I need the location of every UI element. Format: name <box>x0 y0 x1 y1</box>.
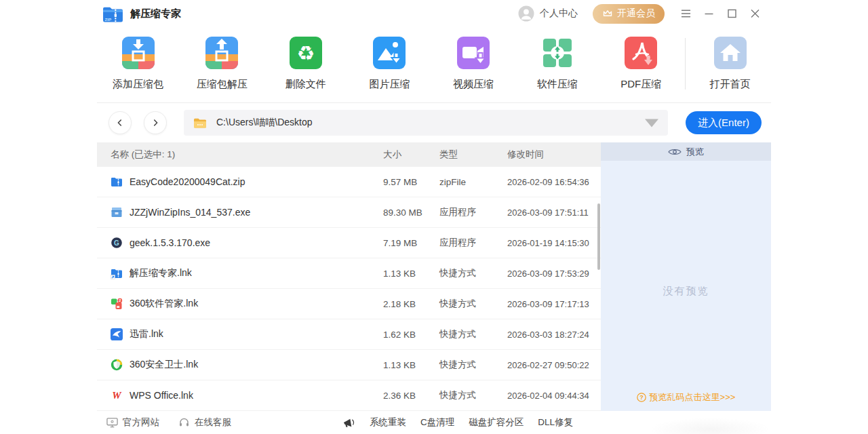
preview-title: 预览 <box>686 146 704 158</box>
preview-header: 预览 <box>601 142 771 161</box>
forward-button[interactable] <box>144 111 167 134</box>
statusbar-promo-link[interactable]: 磁盘扩容分区 <box>469 416 524 429</box>
preview-help-link[interactable]: ? 预览乱码点击这里>>> <box>601 391 771 403</box>
zip-shortcut-icon <box>111 267 123 279</box>
file-name-cell: 解压缩专家.lnk <box>97 267 383 279</box>
statusbar-online-service[interactable]: 在线客服 <box>178 416 231 429</box>
statusbar-promo-link[interactable]: DLL修复 <box>538 416 573 429</box>
table-row[interactable]: 2360软件管家.lnk2.18 KB快捷方式2026-03-09 17:17:… <box>97 289 601 319</box>
maximize-icon[interactable] <box>727 9 737 18</box>
toolbar-item-label: 图片压缩 <box>369 78 410 91</box>
file-name: WPS Office.lnk <box>130 390 193 401</box>
toolbar-item-label: 添加压缩包 <box>113 78 163 91</box>
file-name-cell: WWPS Office.lnk <box>97 389 383 401</box>
table-row[interactable]: Ggeek.1.5.3.170.exe7.19 MB应用程序2026-01-19… <box>97 228 601 258</box>
preview-body: 没有预览 ? 预览乱码点击这里>>> <box>601 161 771 411</box>
menu-icon[interactable] <box>681 9 691 18</box>
header-type[interactable]: 类型 <box>439 149 507 161</box>
statusbar-promo-link[interactable]: C盘清理 <box>420 416 454 429</box>
image-compress-icon <box>373 37 406 69</box>
back-button[interactable] <box>108 111 132 134</box>
table-row[interactable]: 360安全卫士.lnk1.13 KB快捷方式2026-02-27 09:50:2… <box>97 350 601 380</box>
chevron-down-icon[interactable] <box>645 117 658 129</box>
video-compress-icon <box>457 37 490 69</box>
open-vip-button[interactable]: 开通会员 <box>593 4 665 24</box>
delete-recycle-icon: ♻ <box>290 37 322 69</box>
file-modified-cell: 2026-02-04 09:44:34 <box>507 391 601 401</box>
toolbar-item-label: 软件压缩 <box>537 78 578 91</box>
file-modified-cell: 2026-03-09 17:51:11 <box>507 208 601 218</box>
file-type-cell: 快捷方式 <box>439 267 507 279</box>
table-header[interactable]: 名称 (已选中: 1) 大小 类型 修改时间 <box>97 142 601 167</box>
table-row[interactable]: EasyCode20200049Cat.zip9.57 MBzipFile202… <box>97 167 601 197</box>
crown-icon <box>602 9 613 18</box>
statusbar-label: 在线客服 <box>195 416 231 429</box>
file-name-cell: 迅雷.lnk <box>97 328 383 340</box>
toolbar-item-video-compress[interactable]: 视频压缩 <box>434 37 513 91</box>
file-name-cell: EasyCode20200049Cat.zip <box>97 176 383 188</box>
toolbar-divider <box>685 38 686 90</box>
svg-text:G: G <box>114 239 119 247</box>
thunder-icon <box>111 328 123 340</box>
user-avatar-icon[interactable] <box>518 5 534 22</box>
svg-text:?: ? <box>639 394 644 401</box>
file-size-cell: 7.19 MB <box>383 238 439 248</box>
addressbar: C:\Users\喵喵\Desktop 进入(Enter) <box>97 103 771 142</box>
toolbar-item-open-home[interactable]: 打开首页 <box>690 37 770 91</box>
home-icon <box>714 37 747 69</box>
file-name: 360软件管家.lnk <box>130 298 198 310</box>
toolbar-item-extract-archive[interactable]: 压缩包解压 <box>182 37 262 91</box>
minimize-icon[interactable] <box>704 9 714 18</box>
table-row[interactable]: JZZjWinZipIns_014_537.exe89.30 MB应用程序202… <box>97 197 601 228</box>
table-row[interactable]: 迅雷.lnk1.62 KB快捷方式2026-03-03 18:27:24 <box>97 319 601 350</box>
folder-icon <box>193 117 207 129</box>
toolbar-item-image-compress[interactable]: 图片压缩 <box>350 37 429 91</box>
svg-text:ZIP: ZIP <box>104 16 111 21</box>
file-name-cell: Ggeek.1.5.3.170.exe <box>97 237 383 249</box>
table-row[interactable]: WWPS Office.lnk2.36 KB快捷方式2026-02-04 09:… <box>97 380 601 411</box>
app-title: 解压缩专家 <box>130 7 181 20</box>
toolbar-item-pdf-compress[interactable]: PDF压缩 <box>601 37 681 91</box>
table-row[interactable]: 解压缩专家.lnk1.13 KB快捷方式2026-03-09 17:53:29 <box>97 258 601 289</box>
preview-panel: 预览 没有预览 ? 预览乱码点击这里>>> <box>601 142 771 411</box>
file-name-cell: JZZjWinZipIns_014_537.exe <box>97 206 383 218</box>
file-table: 名称 (已选中: 1) 大小 类型 修改时间 EasyCode20200049C… <box>97 142 601 411</box>
wps-icon: W <box>111 389 123 401</box>
file-size-cell: 2.18 KB <box>383 299 439 309</box>
vip-label: 开通会员 <box>617 7 655 20</box>
file-size-cell: 1.62 KB <box>383 330 439 340</box>
file-type-cell: zipFile <box>439 177 507 187</box>
toolbar: 添加压缩包压缩包解压♻删除文件图片压缩视频压缩软件压缩PDF压缩打开首页 <box>97 27 771 103</box>
toolbar-item-software-compress[interactable]: 软件压缩 <box>517 37 597 91</box>
vertical-scrollbar[interactable] <box>597 203 600 270</box>
file-name: JZZjWinZipIns_014_537.exe <box>130 207 250 218</box>
file-type-cell: 快捷方式 <box>439 389 507 401</box>
toolbar-item-label: 打开首页 <box>710 78 751 91</box>
file-type-cell: 快捷方式 <box>439 298 507 310</box>
user-center-link[interactable]: 个人中心 <box>540 7 578 20</box>
file-modified-cell: 2026-03-09 17:53:29 <box>507 269 601 279</box>
file-name: EasyCode20200049Cat.zip <box>130 176 245 187</box>
installer-icon <box>111 206 123 218</box>
enter-button[interactable]: 进入(Enter) <box>686 111 762 134</box>
close-icon[interactable] <box>750 9 760 18</box>
toolbar-item-label: 删除文件 <box>285 78 326 91</box>
table-body: EasyCode20200049Cat.zip9.57 MBzipFile202… <box>97 167 601 411</box>
statusbar-official-site[interactable]: 官方网站 <box>106 416 159 429</box>
extract-archive-icon <box>205 37 238 69</box>
header-size[interactable]: 大小 <box>383 149 439 161</box>
forward-icon <box>151 118 160 127</box>
path-text: C:\Users\喵喵\Desktop <box>216 117 313 129</box>
file-size-cell: 9.57 MB <box>383 177 439 187</box>
header-name[interactable]: 名称 (已选中: 1) <box>97 149 383 161</box>
statusbar-promo-link[interactable]: 系统重装 <box>370 416 406 429</box>
file-modified-cell: 2026-02-09 16:54:36 <box>507 177 601 187</box>
toolbar-item-delete-file[interactable]: ♻删除文件 <box>266 37 345 91</box>
add-archive-icon <box>122 37 155 69</box>
file-size-cell: 89.30 MB <box>383 208 439 218</box>
header-modified[interactable]: 修改时间 <box>507 149 601 161</box>
megaphone-icon <box>342 417 355 429</box>
path-input[interactable]: C:\Users\喵喵\Desktop <box>184 110 668 136</box>
safety-360-icon <box>111 359 123 371</box>
toolbar-item-add-archive[interactable]: 添加压缩包 <box>98 37 178 91</box>
